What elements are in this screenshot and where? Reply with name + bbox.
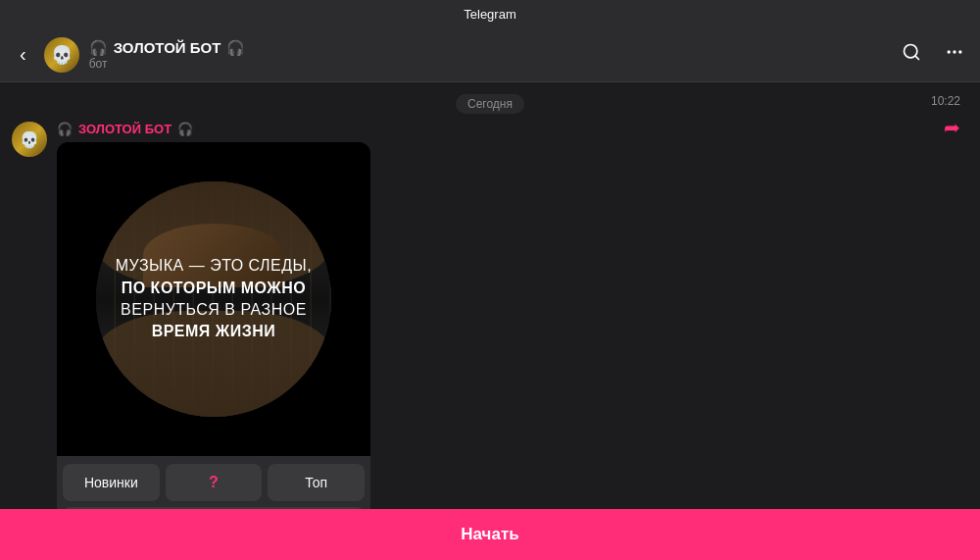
headphones-left-icon: 🎧 xyxy=(89,39,108,57)
header-left: ‹ 💀 🎧 ЗОЛОТОЙ БОТ 🎧 бот xyxy=(12,37,898,73)
message-bubble: МУЗЫКА — ЭТО СЛЕДЫ, ПО КОТОРЫМ МОЖНО ВЕР… xyxy=(57,142,370,509)
date-label: Сегодня xyxy=(456,94,524,114)
avatar: 💀 xyxy=(44,37,79,73)
kb-button-question[interactable]: ? xyxy=(166,464,263,501)
kb-button-top[interactable]: Топ xyxy=(268,464,365,501)
kb-button-novelties[interactable]: Новинки xyxy=(63,464,160,501)
chat-area: Сегодня 💀 🎧 ЗОЛОТОЙ БОТ 🎧 xyxy=(0,82,980,509)
headphones-icon-left: 🎧 xyxy=(57,122,73,136)
music-image: МУЗЫКА — ЭТО СЛЕДЫ, ПО КОТОРЫМ МОЖНО ВЕР… xyxy=(57,142,370,456)
headphones-icon-right: 🎧 xyxy=(177,122,193,136)
app-title: Telegram xyxy=(464,7,515,22)
start-button[interactable]: Начать xyxy=(0,509,980,560)
start-label: Начать xyxy=(461,525,518,544)
message-time: 10:22 xyxy=(931,94,960,108)
forward-button[interactable]: ➦ xyxy=(944,116,960,139)
message-content: 🎧 ЗОЛОТОЙ БОТ 🎧 xyxy=(57,122,968,509)
avatar-image: 💀 xyxy=(44,37,79,73)
message-sender: 🎧 ЗОЛОТОЙ БОТ 🎧 xyxy=(57,122,968,136)
title-bar: Telegram xyxy=(0,0,980,27)
keyboard-area: Новинки ? Топ Музыкальные подборки Подб.… xyxy=(57,456,370,509)
keyboard-row-1: Новинки ? Топ xyxy=(57,464,370,501)
bot-name: 🎧 ЗОЛОТОЙ БОТ 🎧 xyxy=(89,39,246,57)
svg-point-3 xyxy=(953,50,956,53)
message-meta: 10:22 ➦ xyxy=(931,94,960,139)
message-row: 💀 🎧 ЗОЛОТОЙ БОТ 🎧 xyxy=(0,122,980,509)
more-button[interactable] xyxy=(941,38,968,71)
search-button[interactable] xyxy=(898,38,925,71)
headphones-right-icon: 🎧 xyxy=(226,39,245,57)
bot-subtitle: бот xyxy=(89,57,246,71)
music-text-line4: ВРЕМЯ ЖИЗНИ xyxy=(116,321,312,342)
music-text-overlay: МУЗЫКА — ЭТО СЛЕДЫ, ПО КОТОРЫМ МОЖНО ВЕР… xyxy=(96,255,331,343)
svg-line-1 xyxy=(915,56,919,60)
music-text-line3: ВЕРНУТЬСЯ В РАЗНОЕ xyxy=(116,299,312,321)
music-text-line2: ПО КОТОРЫМ МОЖНО xyxy=(116,278,312,299)
header-title-wrap: 🎧 ЗОЛОТОЙ БОТ 🎧 бот xyxy=(89,39,246,71)
svg-point-2 xyxy=(948,50,951,53)
chat-header: ‹ 💀 🎧 ЗОЛОТОЙ БОТ 🎧 бот xyxy=(0,27,980,82)
date-separator: Сегодня xyxy=(0,82,980,122)
svg-point-4 xyxy=(958,50,961,53)
header-right xyxy=(898,38,968,71)
back-button[interactable]: ‹ xyxy=(12,39,34,70)
music-text-line1: МУЗЫКА — ЭТО СЛЕДЫ, xyxy=(116,255,312,277)
message-avatar: 💀 xyxy=(12,122,47,157)
